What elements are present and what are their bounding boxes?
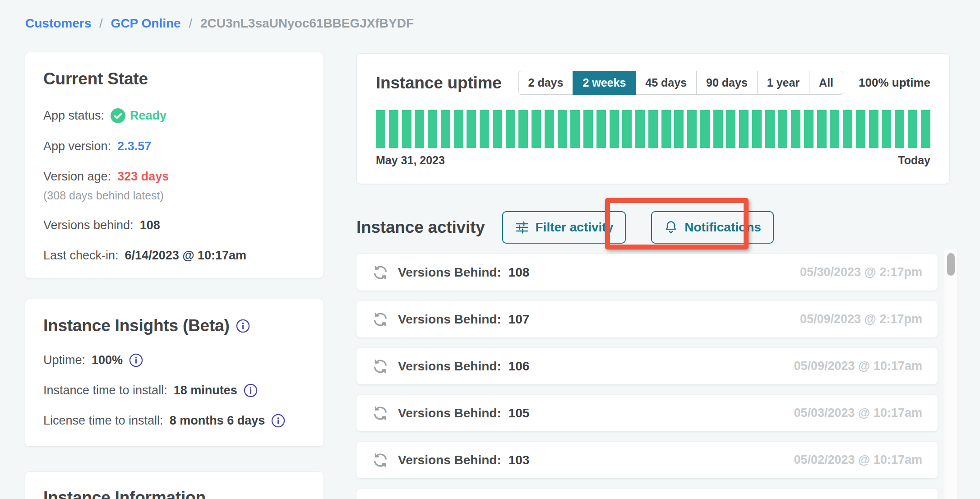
uptime-bar — [532, 110, 541, 148]
current-state-title: Current State — [43, 69, 305, 88]
versions-behind-label: Versions behind: — [43, 218, 134, 232]
uptime-bar — [752, 110, 762, 148]
breadcrumb-separator: / — [99, 16, 103, 30]
instance-uptime-title: Instance uptime — [376, 74, 502, 92]
uptime-range-tab-2-weeks[interactable]: 2 weeks — [573, 71, 636, 95]
uptime-range-tab-all[interactable]: All — [809, 71, 843, 95]
info-icon[interactable] — [129, 353, 143, 367]
uptime-percentage-text: 100% uptime — [859, 76, 930, 90]
sync-icon — [372, 358, 389, 375]
instance-install-time-row: Instance time to install: 18 minutes — [43, 383, 305, 397]
uptime-bar — [389, 110, 398, 148]
filter-activity-label: Filter activity — [536, 220, 614, 235]
uptime-bar — [480, 110, 489, 148]
uptime-bar — [856, 110, 865, 148]
license-install-time-row: License time to install: 8 months 6 days — [43, 414, 305, 428]
activity-row-timestamp: 05/09/2023 @ 10:17am — [794, 359, 922, 373]
activity-row: Versions Behind: 108 05/30/2023 @ 2:17pm — [356, 254, 938, 291]
uptime-bar — [908, 110, 917, 148]
instance-activity-title: Instance activity — [356, 218, 485, 237]
breadcrumb-instance-id: 2CU3nL3saUNyoc61BBEGJXfBYDF — [200, 16, 414, 30]
uptime-bar — [895, 110, 904, 148]
uptime-bar — [648, 110, 658, 148]
uptime-range-tab-90-days[interactable]: 90 days — [696, 71, 758, 95]
instance-uptime-card: Instance uptime 2 days2 weeks45 days90 d… — [356, 53, 950, 184]
activity-row-label: Versions Behind: — [398, 312, 501, 327]
version-age-value: 323 days — [117, 170, 169, 184]
uptime-label: Uptime: — [43, 353, 85, 367]
uptime-bar — [726, 110, 735, 148]
breadcrumb-gcp-online-link[interactable]: GCP Online — [111, 16, 181, 30]
uptime-bar — [506, 110, 515, 148]
activity-row-value: 103 — [508, 453, 530, 467]
uptime-bar — [415, 110, 424, 148]
activity-list: Versions Behind: 108 05/30/2023 @ 2:17pm… — [356, 254, 938, 499]
activity-row-label: Versions Behind: — [398, 406, 501, 420]
check-circle-icon — [111, 108, 125, 123]
uptime-bar — [713, 110, 723, 148]
instance-insights-card: Instance Insights (Beta) Uptime: 100% In… — [25, 299, 324, 447]
notifications-button[interactable]: Notifications — [651, 211, 774, 244]
uptime-bar — [791, 110, 800, 148]
uptime-bar — [765, 110, 775, 148]
uptime-bar — [493, 110, 502, 148]
license-install-time-label: License time to install: — [43, 414, 163, 428]
notifications-label: Notifications — [684, 220, 761, 235]
uptime-bar — [869, 110, 878, 148]
instance-insights-title: Instance Insights (Beta) — [43, 316, 230, 335]
activity-row-timestamp: 05/02/2023 @ 10:17am — [794, 453, 922, 467]
sync-icon — [372, 264, 389, 281]
info-icon[interactable] — [271, 414, 285, 428]
instance-information-card: Instance Information — [25, 471, 324, 499]
activity-row: Versions Behind: 103 05/02/2023 @ 10:17a… — [356, 442, 938, 478]
uptime-bar — [739, 110, 749, 148]
uptime-range-tabs: 2 days2 weeks45 days90 days1 yearAll — [518, 71, 844, 95]
activity-row-value: 107 — [508, 312, 530, 327]
activity-row-value: 108 — [508, 265, 530, 280]
app-status-row: App status: Ready — [43, 108, 305, 123]
uptime-bar — [596, 110, 606, 148]
uptime-bar — [687, 110, 697, 148]
current-state-card: Current State App status: Ready App vers… — [25, 52, 324, 278]
activity-row: Versions Behind: 106 05/09/2023 @ 10:17a… — [356, 348, 938, 384]
uptime-range-tab-1-year[interactable]: 1 year — [757, 71, 809, 95]
license-install-time-value: 8 months 6 days — [170, 414, 265, 428]
uptime-range-tab-2-days[interactable]: 2 days — [518, 71, 573, 95]
app-version-value: 2.3.57 — [117, 139, 151, 153]
uptime-bar — [441, 110, 450, 148]
uptime-bar — [428, 110, 437, 148]
uptime-bar — [583, 110, 593, 148]
app-status-value: Ready — [130, 109, 166, 123]
version-age-note: (308 days behind latest) — [43, 189, 305, 202]
activity-row-value: 105 — [508, 406, 530, 420]
activity-row-label: Versions Behind: — [398, 265, 501, 280]
last-checkin-label: Last check-in: — [43, 249, 119, 263]
uptime-bar — [454, 110, 463, 148]
sliders-icon — [515, 220, 529, 235]
uptime-bar — [921, 110, 930, 148]
uptime-bar — [700, 110, 710, 148]
uptime-start-date: May 31, 2023 — [376, 154, 445, 167]
version-age-label: Version age: — [43, 170, 111, 184]
uptime-range-tab-45-days[interactable]: 45 days — [635, 71, 697, 95]
activity-scrollbar-track[interactable] — [944, 250, 957, 499]
app-version-label: App version: — [43, 139, 111, 153]
breadcrumb-customers-link[interactable]: Customers — [25, 16, 91, 30]
uptime-bar-chart — [376, 110, 930, 148]
uptime-bar — [635, 110, 645, 148]
instance-install-time-value: 18 minutes — [174, 383, 237, 397]
uptime-bar — [558, 110, 567, 148]
uptime-value: 100% — [92, 353, 123, 367]
app-status-label: App status: — [43, 109, 104, 123]
uptime-end-date: Today — [898, 154, 930, 167]
app-version-row: App version: 2.3.57 — [43, 139, 305, 153]
versions-behind-row: Versions behind: 108 — [43, 218, 305, 232]
uptime-bar — [830, 110, 839, 148]
filter-activity-button[interactable]: Filter activity — [502, 211, 626, 244]
uptime-bar — [843, 110, 852, 148]
uptime-bar — [804, 110, 814, 148]
info-icon[interactable] — [236, 319, 250, 333]
info-icon[interactable] — [244, 383, 258, 397]
activity-scrollbar-thumb[interactable] — [947, 253, 955, 276]
uptime-bar — [622, 110, 632, 148]
